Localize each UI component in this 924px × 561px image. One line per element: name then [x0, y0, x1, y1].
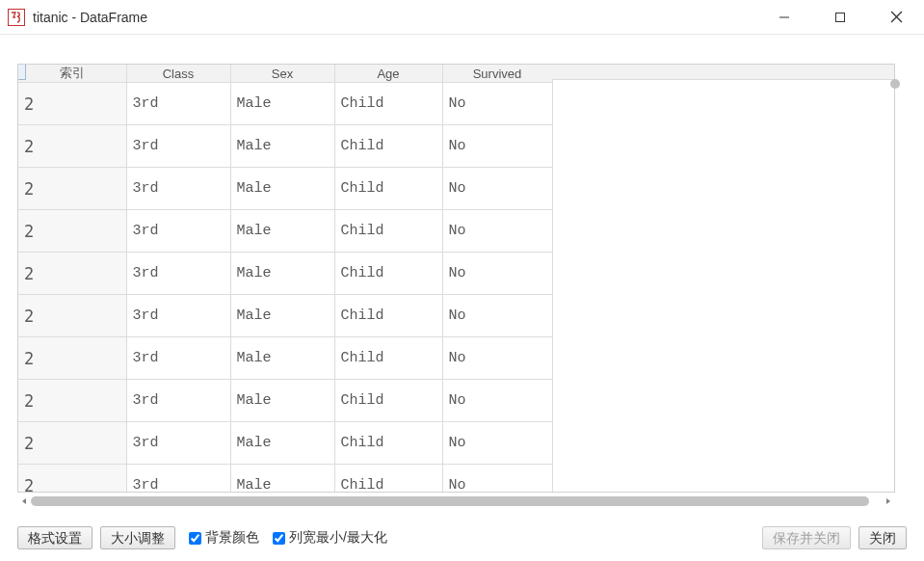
cell-index[interactable]: 2 [18, 337, 126, 380]
cell-class[interactable]: 3rd [126, 295, 230, 337]
svg-line-4 [891, 12, 902, 22]
table-header-row: 索引 Class Sex Age Survived [18, 65, 552, 83]
scroll-thumb-v[interactable] [890, 79, 900, 89]
cell-index[interactable]: 2 [18, 465, 126, 494]
cell-age[interactable]: Child [334, 337, 442, 380]
colwidth-checkbox[interactable] [273, 532, 285, 545]
cell-survived[interactable]: No [442, 168, 552, 210]
cell-age[interactable]: Child [334, 253, 442, 295]
close-window-button[interactable] [868, 0, 924, 35]
cell-age[interactable]: Child [334, 380, 442, 422]
scroll-track-v[interactable] [888, 67, 902, 496]
cell-class[interactable]: 3rd [126, 253, 230, 295]
scroll-track-h[interactable] [31, 494, 882, 508]
cell-sex[interactable]: Male [230, 210, 334, 253]
table-viewport: 索引 Class Sex Age Survived 23rdMaleChildN… [17, 64, 895, 493]
dataframe-window: titanic - DataFrame 索引 [0, 0, 924, 561]
horizontal-scrollbar[interactable] [17, 494, 895, 508]
cell-class[interactable]: 3rd [126, 83, 230, 125]
cell-age[interactable]: Child [334, 168, 442, 210]
cell-survived[interactable]: No [442, 125, 552, 168]
table-row[interactable]: 23rdMaleChildNo [18, 337, 552, 380]
colwidth-checkbox-wrap[interactable]: 列宽最小/最大化 [273, 529, 387, 547]
scroll-thumb-h[interactable] [31, 496, 869, 506]
table-row[interactable]: 23rdMaleChildNo [18, 210, 552, 253]
content-area: 索引 Class Sex Age Survived 23rdMaleChildN… [0, 35, 924, 519]
header-filler [552, 65, 894, 80]
header-sex[interactable]: Sex [230, 65, 334, 83]
table-row[interactable]: 23rdMaleChildNo [18, 295, 552, 337]
cell-class[interactable]: 3rd [126, 465, 230, 494]
app-icon [8, 9, 25, 26]
minimize-button[interactable] [756, 0, 812, 35]
bgcolor-checkbox-wrap[interactable]: 背景颜色 [189, 529, 259, 547]
cell-class[interactable]: 3rd [126, 210, 230, 253]
cell-age[interactable]: Child [334, 83, 442, 125]
cell-sex[interactable]: Male [230, 422, 334, 465]
bgcolor-label: 背景颜色 [205, 529, 259, 547]
window-title: titanic - DataFrame [33, 10, 147, 25]
cell-survived[interactable]: No [442, 83, 552, 125]
cell-age[interactable]: Child [334, 465, 442, 494]
cell-index[interactable]: 2 [18, 125, 126, 168]
cell-class[interactable]: 3rd [126, 422, 230, 465]
cell-class[interactable]: 3rd [126, 125, 230, 168]
cell-survived[interactable]: No [442, 210, 552, 253]
svg-rect-2 [836, 13, 845, 21]
format-settings-button[interactable]: 格式设置 [17, 526, 92, 549]
cell-class[interactable]: 3rd [126, 380, 230, 422]
header-class[interactable]: Class [126, 65, 230, 83]
cell-survived[interactable]: No [442, 295, 552, 337]
close-button[interactable]: 关闭 [858, 526, 907, 549]
header-survived[interactable]: Survived [442, 65, 552, 83]
cell-index[interactable]: 2 [18, 422, 126, 465]
scroll-right-button[interactable] [882, 494, 895, 508]
maximize-button[interactable] [812, 0, 868, 35]
cell-class[interactable]: 3rd [126, 337, 230, 380]
table-row[interactable]: 23rdMaleChildNo [18, 168, 552, 210]
table-row[interactable]: 23rdMaleChildNo [18, 465, 552, 494]
vertical-scrollbar[interactable] [888, 67, 902, 496]
cell-index[interactable]: 2 [18, 210, 126, 253]
table-corner-select[interactable] [18, 65, 26, 80]
save-and-close-button[interactable]: 保存并关闭 [762, 526, 851, 549]
cell-index[interactable]: 2 [18, 83, 126, 125]
cell-sex[interactable]: Male [230, 465, 334, 494]
table-row[interactable]: 23rdMaleChildNo [18, 422, 552, 465]
cell-class[interactable]: 3rd [126, 168, 230, 210]
cell-age[interactable]: Child [334, 125, 442, 168]
cell-sex[interactable]: Male [230, 83, 334, 125]
cell-index[interactable]: 2 [18, 295, 126, 337]
cell-sex[interactable]: Male [230, 253, 334, 295]
resize-button[interactable]: 大小调整 [100, 526, 175, 549]
cell-index[interactable]: 2 [18, 380, 126, 422]
cell-survived[interactable]: No [442, 465, 552, 494]
titlebar: titanic - DataFrame [0, 0, 924, 35]
cell-survived[interactable]: No [442, 337, 552, 380]
cell-age[interactable]: Child [334, 210, 442, 253]
table-row[interactable]: 23rdMaleChildNo [18, 380, 552, 422]
svg-line-3 [891, 12, 902, 22]
svg-rect-0 [9, 9, 25, 25]
bgcolor-checkbox[interactable] [189, 532, 201, 545]
cell-survived[interactable]: No [442, 422, 552, 465]
cell-sex[interactable]: Male [230, 168, 334, 210]
cell-age[interactable]: Child [334, 295, 442, 337]
table-row[interactable]: 23rdMaleChildNo [18, 253, 552, 295]
cell-sex[interactable]: Male [230, 295, 334, 337]
cell-sex[interactable]: Male [230, 337, 334, 380]
header-age[interactable]: Age [334, 65, 442, 83]
cell-index[interactable]: 2 [18, 168, 126, 210]
header-index[interactable]: 索引 [18, 65, 126, 83]
cell-age[interactable]: Child [334, 422, 442, 465]
cell-sex[interactable]: Male [230, 380, 334, 422]
table-row[interactable]: 23rdMaleChildNo [18, 83, 552, 125]
cell-index[interactable]: 2 [18, 253, 126, 295]
cell-survived[interactable]: No [442, 380, 552, 422]
table-row[interactable]: 23rdMaleChildNo [18, 125, 552, 168]
window-controls [756, 0, 924, 34]
cell-sex[interactable]: Male [230, 125, 334, 168]
scroll-left-button[interactable] [17, 494, 31, 508]
cell-survived[interactable]: No [442, 253, 552, 295]
footer-toolbar: 格式设置 大小调整 背景颜色 列宽最小/最大化 保存并关闭 关闭 [0, 519, 924, 561]
